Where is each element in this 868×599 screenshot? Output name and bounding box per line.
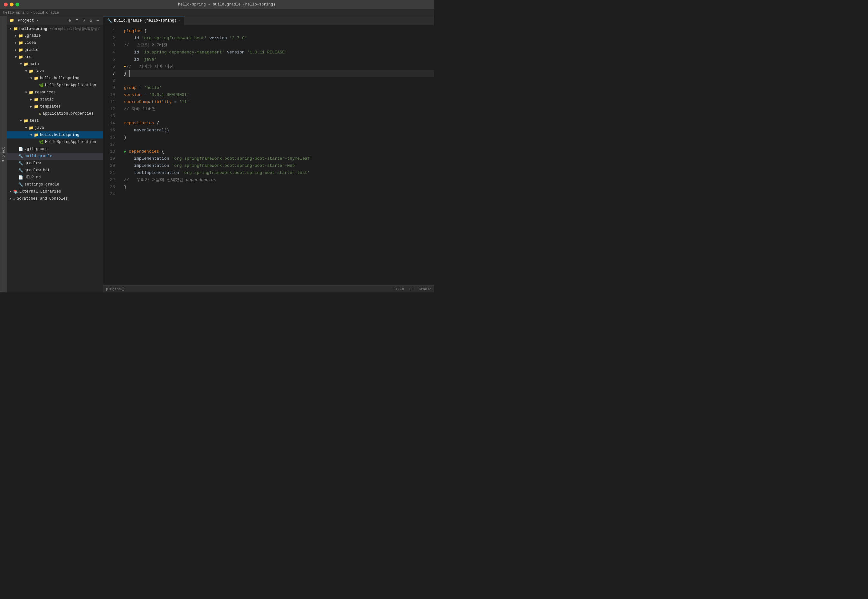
item-label: .idea <box>24 41 36 45</box>
code-editor[interactable]: plugins { id 'org.springframework.boot' … <box>119 25 434 285</box>
minimize-button[interactable] <box>10 3 14 6</box>
tree-item-gradle-hidden[interactable]: ▶ 📁 .gradle <box>7 32 103 39</box>
config-icon: ⚙ <box>39 111 41 116</box>
item-label: .gitignore <box>24 147 48 151</box>
arrow-icon: ▼ <box>24 69 29 73</box>
language-label[interactable]: Gradle <box>419 287 431 291</box>
folder-icon: 📁 <box>34 97 39 102</box>
folder-icon: 📁 <box>18 33 23 38</box>
tree-item-gradle-folder[interactable]: ▶ 📁 gradle <box>7 47 103 53</box>
item-label: static <box>40 97 54 102</box>
tree-item-gitignore[interactable]: 📄 .gitignore <box>7 146 103 153</box>
scratch-icon: ✏ <box>13 196 15 201</box>
folder-icon: 📁 <box>34 133 39 137</box>
tree-item-hellospring[interactable]: ▼ 📁 hello.hellospring <box>7 75 103 82</box>
tree-item-test[interactable]: ▼ 📁 test <box>7 117 103 124</box>
code-line-20: implementation 'org.springframework.boot… <box>124 162 434 169</box>
item-label: settings.gradle <box>24 182 59 187</box>
tree-item-external[interactable]: ▶ 📚 External Libraries <box>7 188 103 195</box>
tree-item-hsa[interactable]: 🌿 HelloSpringApplication <box>7 82 103 89</box>
arrow-icon: ▼ <box>29 77 34 80</box>
tree-item-templates[interactable]: ▶ 📁 templates <box>7 103 103 110</box>
tab-label: build.gradle (hello-spring) <box>114 18 176 23</box>
item-label: hello.hellospring <box>40 133 79 137</box>
arrow-icon: ▼ <box>24 91 29 94</box>
item-label: test <box>30 119 39 123</box>
traffic-lights[interactable] <box>4 3 19 6</box>
breadcrumb-file[interactable]: build.gradle <box>33 11 59 15</box>
item-label: build.gradle <box>24 154 52 158</box>
close-button[interactable] <box>4 3 8 6</box>
tree-item-gradlew[interactable]: 🔧 gradlew <box>7 160 103 167</box>
tree-item-src[interactable]: ▼ 📁 src <box>7 53 103 60</box>
file-tree-panel: 📁 Project ▾ ⊕ ≡ ⇄ ⚙ — ▼ 📁 hello-spring ~… <box>7 16 104 292</box>
item-label: External Libraries <box>19 190 61 194</box>
code-line-3: // 스프링 2.7버전 <box>124 42 434 49</box>
code-line-22: // 우리가 처음에 선택했던 dependencies <box>124 176 434 184</box>
tree-item-resources[interactable]: ▼ 📁 resources <box>7 89 103 96</box>
tree-item-main[interactable]: ▼ 📁 main <box>7 60 103 68</box>
code-line-12: // 자바 11버전 <box>124 105 434 113</box>
folder-icon: 📁 <box>29 90 33 95</box>
tree-item-root[interactable]: ▼ 📁 hello-spring ~/Dropbox/대학생활&직장생/ <box>7 25 103 32</box>
spring-icon: 🌿 <box>39 140 44 144</box>
gradle-icon: 🔧 <box>18 182 23 187</box>
sidebar-toolbar: 📁 Project ▾ ⊕ ≡ ⇄ ⚙ — <box>7 16 103 25</box>
arrow-icon: ▼ <box>29 133 34 137</box>
tree-item-test-java[interactable]: ▼ 📁 java <box>7 124 103 131</box>
line-sep-label[interactable]: LF <box>409 287 413 291</box>
tree-item-buildgradle[interactable]: 🔧 build.gradle <box>7 153 103 160</box>
toolbar-minimize-icon[interactable]: — <box>95 17 101 24</box>
tree-item-idea[interactable]: ▶ 📁 .idea <box>7 39 103 47</box>
tree-item-static[interactable]: ▶ 📁 static <box>7 96 103 103</box>
folder-icon: 📁 <box>18 41 23 45</box>
arrow-icon: ▶ <box>8 190 13 194</box>
context-label: plugins{} <box>106 287 125 291</box>
arrow-icon: ▶ <box>13 41 18 45</box>
tree-item-java[interactable]: ▼ 📁 java <box>7 68 103 75</box>
code-line-23: } <box>124 184 434 191</box>
tree-item-test-hellospring[interactable]: ▼ 📁 hello.hellospring <box>7 131 103 138</box>
tab-buildgradle[interactable]: 🔧 build.gradle (hello-spring) ✕ <box>104 16 185 25</box>
arrow-icon: ▼ <box>8 27 13 31</box>
tab-close-button[interactable]: ✕ <box>179 19 181 23</box>
toolbar-sync-icon[interactable]: ⇄ <box>81 17 87 24</box>
tab-bar: 🔧 build.gradle (hello-spring) ✕ <box>104 16 434 25</box>
toolbar-list-icon[interactable]: ≡ <box>74 17 80 24</box>
tree-item-helpmd[interactable]: 📄 HELP.md <box>7 174 103 181</box>
item-label: HelloSpringApplication <box>45 140 96 144</box>
code-line-7: } <box>124 70 434 77</box>
toolbar-settings-icon[interactable]: ⚙ <box>88 17 93 24</box>
code-line-15: mavenCentral() <box>124 127 434 134</box>
folder-icon: 📁 <box>24 119 29 123</box>
tree-item-settingsgradle[interactable]: 🔧 settings.gradle <box>7 181 103 188</box>
tree-item-appprops[interactable]: ⚙ application.properties <box>7 110 103 117</box>
arrow-icon: ▼ <box>13 56 18 59</box>
root-label: hello-spring <box>19 27 47 31</box>
tree-item-scratches[interactable]: ▶ ✏ Scratches and Consoles <box>7 195 103 202</box>
library-icon: 📚 <box>13 190 18 194</box>
editor-area: 🔧 build.gradle (hello-spring) ✕ 1 2 3 4 … <box>104 16 434 292</box>
item-label: gradlew <box>24 161 41 166</box>
item-label: resources <box>35 90 56 95</box>
tree-item-gradlewbat[interactable]: 🔧 gradlew.bat <box>7 167 103 174</box>
folder-icon: 📁 <box>13 26 18 31</box>
breadcrumb-project[interactable]: hello-spring <box>3 11 29 15</box>
item-label: src <box>24 55 32 59</box>
editor-content[interactable]: 1 2 3 4 5 6 7 8 9 10 11 12 13 14 15 16 1… <box>104 25 434 285</box>
encoding-label[interactable]: UTF-8 <box>393 287 404 291</box>
maximize-button[interactable] <box>15 3 19 6</box>
item-label: java <box>35 69 44 74</box>
breadcrumb: hello-spring › build.gradle <box>0 9 434 16</box>
toolbar-add-icon[interactable]: ⊕ <box>67 17 72 24</box>
line-numbers: 1 2 3 4 5 6 7 8 9 10 11 12 13 14 15 16 1… <box>104 25 119 285</box>
project-tab[interactable]: Project <box>0 16 7 292</box>
arrow-icon: ▶ <box>29 105 34 108</box>
status-bar-right: UTF-8 LF Gradle <box>393 287 431 291</box>
code-line-13 <box>124 113 434 120</box>
item-label: java <box>35 126 44 130</box>
file-icon: 📄 <box>18 147 23 152</box>
code-line-19: implementation 'org.springframework.boot… <box>124 155 434 162</box>
tree-item-test-hsa[interactable]: 🌿 HelloSpringApplication <box>7 138 103 146</box>
arrow-icon: ▼ <box>18 62 24 66</box>
